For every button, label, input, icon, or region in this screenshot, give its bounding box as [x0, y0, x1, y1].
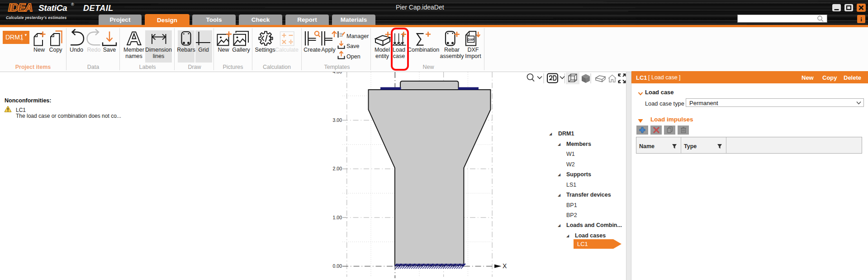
svg-text:LC1: LC1	[577, 241, 588, 247]
svg-text:i: i	[860, 16, 862, 23]
svg-text:4.00: 4.00	[333, 72, 342, 74]
svg-text:2.00: 2.00	[333, 166, 342, 171]
svg-text:X: X	[503, 262, 507, 270]
svg-text:1.00: 1.00	[333, 215, 342, 220]
svg-text:3.00: 3.00	[333, 117, 342, 123]
svg-text:DXF: DXF	[468, 38, 474, 42]
svg-text:®: ®	[71, 2, 74, 7]
svg-text:IDEA: IDEA	[8, 1, 32, 14]
svg-text:0.00: 0.00	[333, 263, 342, 269]
svg-text:StatiCa: StatiCa	[38, 3, 67, 13]
